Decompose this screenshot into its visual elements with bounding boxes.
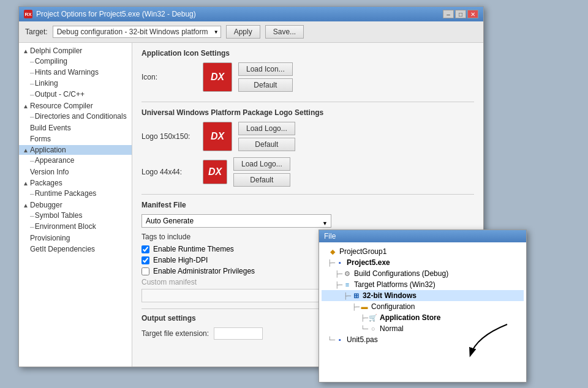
tree-row-buildevents[interactable]: Build Events (19, 123, 132, 133)
file-item-configuration[interactable]: ├─ ▬ Configuration (322, 301, 524, 312)
label-output-cpp: Output - C/C++ (35, 90, 85, 99)
app-icon-title: Application Icon Settings (141, 49, 474, 58)
file-item-normal[interactable]: └─ ○ Normal (322, 323, 524, 334)
tree-row-env[interactable]: – Environment Block (19, 222, 132, 231)
configuration-label: Configuration (371, 302, 415, 311)
win32-label: 32-bit Windows (363, 291, 417, 300)
high-dpi-checkbox[interactable] (141, 256, 149, 264)
normal-label: Normal (380, 324, 404, 333)
toggle-debugger[interactable]: ▲ (21, 201, 30, 209)
tree-item-packages: ▲ Packages – Runtime Packages (19, 177, 132, 200)
file-item-project5[interactable]: ├─ ▪ Project5.exe (322, 257, 524, 268)
icon-field-label: Icon: (141, 73, 197, 81)
admin-priv-label: Enable Administrator Privileges (153, 267, 255, 275)
icon-buttons: Load Icon... Default (238, 62, 293, 92)
label-forms: Forms (30, 135, 51, 143)
target-dropdown-wrapper[interactable]: Debug configuration - 32-bit Windows pla… (53, 26, 221, 38)
tree-row-getit[interactable]: GetIt Dependencies (19, 244, 132, 254)
icon-row: Icon: DX Load Icon... Default (141, 62, 474, 92)
file-item-unit5[interactable]: └─ ▪ Unit5.pas (322, 334, 524, 345)
diamond-icon: ◆ (328, 247, 337, 256)
file-panel-content: ◆ ProjectGroup1 ├─ ▪ Project5.exe ├─ ⚙ B… (319, 242, 526, 349)
tree-row-output-cpp[interactable]: – Output - C/C++ (19, 89, 132, 99)
admin-priv-checkbox[interactable] (141, 267, 149, 275)
tree-row-symbol[interactable]: – Symbol Tables (19, 211, 132, 220)
high-dpi-label: Enable High-DPI (153, 256, 208, 264)
project5-label: Project5.exe (347, 258, 390, 267)
label-compiling: Compiling (35, 57, 67, 65)
tree-row-application[interactable]: ▲ Application (19, 145, 132, 155)
label-directories: Directories and Conditionals (35, 112, 127, 121)
toggle-delphi[interactable]: ▲ (21, 47, 30, 55)
toggle-packages[interactable]: ▲ (21, 179, 30, 187)
toggle-resource[interactable]: ▲ (21, 102, 30, 110)
logo44-buttons: Load Logo... Default (233, 157, 290, 187)
tree-row-directories[interactable]: – Directories and Conditionals (19, 111, 132, 121)
app-icon-settings: Application Icon Settings Icon: DX Load … (141, 49, 474, 92)
target-ext-input[interactable] (214, 327, 263, 340)
manifest-dropdown-wrapper[interactable]: Auto Generate ▼ (141, 214, 331, 233)
box-icon: ▪ (335, 258, 345, 267)
custom-manifest-input[interactable] (141, 289, 325, 302)
label-getit: GetIt Dependencies (30, 245, 95, 253)
tree-item-resource: ▲ Resource Compiler – Directories and Co… (19, 100, 132, 122)
toggle-buildevents[interactable] (21, 124, 30, 132)
tree-item-version: Version Info (19, 166, 132, 177)
tree-row-forms[interactable]: Forms (19, 134, 132, 144)
toggle-version[interactable] (21, 168, 30, 176)
load-logo2-button[interactable]: Load Logo... (233, 157, 290, 171)
maximize-button[interactable]: □ (455, 10, 466, 18)
target-label: Target: (25, 28, 48, 36)
tree-item-debugger: ▲ Debugger – Symbol Tables – Environment… (19, 200, 132, 233)
tree-row-appearance[interactable]: – Appearance (19, 155, 132, 165)
tree-row-provisioning[interactable]: Provisioning (19, 233, 132, 243)
logo150-label: Logo 150x150: (141, 132, 197, 141)
tree-row-runtime[interactable]: – Runtime Packages (19, 188, 132, 198)
tree-row-packages[interactable]: ▲ Packages (19, 178, 132, 188)
toggle-application[interactable]: ▲ (21, 146, 30, 154)
label-appearance: Appearance (35, 156, 75, 165)
target-ext-label: Target file extension: (141, 329, 209, 338)
config-icon: ▬ (360, 302, 369, 312)
appstore-label: Application Store (380, 313, 440, 322)
runtime-themes-checkbox[interactable] (141, 245, 149, 253)
default-logo1-button[interactable]: Default (238, 138, 295, 151)
tree-row-resource[interactable]: ▲ Resource Compiler (19, 101, 132, 111)
minimize-button[interactable]: – (443, 10, 454, 18)
toggle-provisioning[interactable] (21, 234, 30, 242)
label-buildevents: Build Events (30, 124, 71, 132)
file-item-appstore[interactable]: ├─ 🛒 Application Store (322, 312, 524, 323)
close-button[interactable]: ✕ (467, 10, 478, 18)
logo150-buttons: Load Logo... Default (238, 122, 295, 151)
tree-panel: ▲ Delphi Compiler – Compiling – Hints an… (19, 43, 132, 367)
manifest-dropdown[interactable]: Auto Generate (141, 214, 331, 228)
apply-button[interactable]: Apply (226, 25, 260, 39)
file-item-platforms[interactable]: ├─ ≡ Target Platforms (Win32) (322, 279, 524, 290)
tree-item-application: ▲ Application – Appearance (19, 144, 132, 166)
default-logo2-button[interactable]: Default (233, 173, 290, 187)
label-application: Application (30, 146, 66, 154)
logo44-label: Logo 44x44: (141, 168, 197, 176)
label-packages: Packages (30, 179, 62, 187)
save-button[interactable]: Save... (265, 25, 304, 39)
tree-row-debugger[interactable]: ▲ Debugger (19, 200, 132, 210)
label-linking: Linking (35, 79, 58, 88)
file-icon-unit5: ▪ (335, 335, 345, 345)
target-dropdown[interactable]: Debug configuration - 32-bit Windows pla… (53, 26, 221, 38)
file-item-buildconfigs[interactable]: ├─ ⚙ Build Configurations (Debug) (322, 268, 524, 279)
load-logo1-button[interactable]: Load Logo... (238, 122, 295, 135)
tree-row-version[interactable]: Version Info (19, 167, 132, 177)
toggle-forms[interactable] (21, 135, 30, 143)
file-item-projectgroup[interactable]: ◆ ProjectGroup1 (322, 246, 524, 257)
toggle-getit[interactable] (21, 245, 30, 253)
tree-row-compiling[interactable]: – Compiling (19, 56, 132, 66)
tree-row-linking[interactable]: – Linking (19, 78, 132, 88)
tree-row-delphi[interactable]: ▲ Delphi Compiler (19, 46, 132, 56)
label-provisioning: Provisioning (30, 234, 70, 242)
tree-row-hints[interactable]: – Hints and Warnings (19, 67, 132, 77)
file-item-win32[interactable]: ├─ ⊞ 32-bit Windows (322, 290, 524, 301)
default-icon-button[interactable]: Default (238, 78, 293, 92)
file-panel-title: File (319, 230, 526, 242)
platforms-label: Target Platforms (Win32) (354, 280, 435, 289)
load-icon-button[interactable]: Load Icon... (238, 62, 293, 76)
